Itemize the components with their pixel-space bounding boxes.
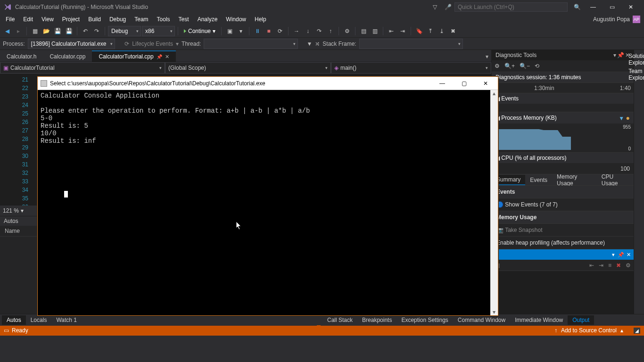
pin-icon[interactable]: 📌 bbox=[617, 52, 624, 58]
tab-output[interactable]: Output bbox=[568, 315, 594, 325]
continue-button[interactable]: Continue ▾ bbox=[181, 28, 218, 34]
tab-exception-settings[interactable]: Exception Settings bbox=[396, 315, 453, 325]
lifecycle-events-label[interactable]: Lifecycle Events bbox=[132, 41, 173, 47]
undo-icon[interactable]: ↶ bbox=[80, 26, 91, 36]
quick-launch-input[interactable] bbox=[454, 2, 568, 12]
tab-command-window[interactable]: Command Window bbox=[453, 315, 510, 325]
zoom-out-icon[interactable]: 🔍− bbox=[520, 63, 530, 69]
tab-dropdown-icon[interactable]: ▾ bbox=[483, 51, 491, 62]
diag-item-snapshot[interactable]: 📷 Take Snapshot bbox=[492, 224, 634, 237]
bookmark-clear-icon[interactable]: ✖ bbox=[448, 26, 458, 36]
menu-help[interactable]: Help bbox=[251, 15, 270, 24]
save-icon[interactable]: 💾 bbox=[52, 26, 63, 36]
tool-icon[interactable]: ⇥ bbox=[599, 262, 603, 269]
save-all-icon[interactable]: 💾 bbox=[64, 26, 74, 36]
nav-back-icon[interactable]: ◀ bbox=[2, 26, 12, 36]
console-minimize-button[interactable]: — bbox=[433, 78, 452, 89]
console-close-button[interactable]: ✕ bbox=[476, 78, 495, 89]
filter-icon[interactable]: ▼ bbox=[306, 41, 312, 47]
diag-timeline[interactable]: 1:30min 1:40 bbox=[492, 83, 634, 93]
redo-icon[interactable]: ↷ bbox=[91, 26, 102, 36]
stack-frame-combo[interactable] bbox=[359, 39, 463, 49]
tool-icon[interactable]: ⚙ bbox=[626, 262, 631, 269]
menu-view[interactable]: View bbox=[38, 15, 58, 24]
pin-icon[interactable]: 📌 bbox=[157, 54, 162, 59]
menu-edit[interactable]: Edit bbox=[19, 15, 37, 24]
nav-member-combo[interactable]: ◈main() bbox=[331, 62, 491, 74]
step-into-icon[interactable]: ↓ bbox=[303, 26, 313, 36]
console-maximize-button[interactable]: ▢ bbox=[454, 78, 473, 89]
secondary-panel-body[interactable] bbox=[492, 271, 634, 314]
user-area[interactable]: Augustin Popa AP bbox=[593, 14, 644, 25]
gear-icon[interactable]: ⚙ bbox=[495, 63, 500, 69]
voice-icon[interactable]: 🎤 bbox=[441, 4, 454, 10]
bookmark-prev-icon[interactable]: ⤒ bbox=[425, 26, 436, 36]
pause-icon[interactable]: ⏸ bbox=[252, 26, 263, 36]
maximize-button[interactable]: ▭ bbox=[603, 0, 621, 14]
add-source-control[interactable]: Add to Source Control bbox=[561, 327, 617, 334]
platform-combo[interactable]: x86 bbox=[142, 26, 175, 36]
layout-icon-1[interactable]: ▤ bbox=[358, 26, 369, 36]
tab-locals[interactable]: Locals bbox=[26, 315, 52, 325]
diag-memory-header[interactable]: ◢ Process Memory (KB)▼ ● bbox=[492, 112, 634, 123]
tab-calculatortutorial-cpp[interactable]: CalculatorTutorial.cpp📌✕ bbox=[92, 50, 175, 62]
config-combo[interactable]: Debug bbox=[108, 26, 141, 36]
tab-call-stack[interactable]: Call Stack bbox=[322, 315, 357, 325]
process-combo[interactable]: [13896] CalculatorTutorial.exe bbox=[28, 39, 116, 49]
chevron-down-icon[interactable]: ▼ bbox=[619, 115, 624, 122]
tab-watch1[interactable]: Watch 1 bbox=[51, 315, 82, 325]
new-project-icon[interactable]: ▦ bbox=[30, 26, 40, 36]
console-window[interactable]: Select c:\users\aupopa\Source\Repos\Calc… bbox=[37, 76, 498, 316]
tab-breakpoints[interactable]: Breakpoints bbox=[357, 315, 396, 325]
resize-grip-icon[interactable]: ◢ bbox=[634, 328, 640, 334]
restart-icon[interactable]: ⟳ bbox=[275, 26, 285, 36]
console-titlebar[interactable]: Select c:\users\aupopa\Source\Repos\Calc… bbox=[38, 77, 498, 90]
console-body[interactable]: Calculator Console Application Please en… bbox=[38, 90, 490, 315]
thread-combo[interactable] bbox=[204, 39, 298, 49]
reset-view-icon[interactable]: ⟲ bbox=[535, 63, 539, 69]
layout-icon-2[interactable]: ▥ bbox=[370, 26, 380, 36]
outdent-icon[interactable]: ⇤ bbox=[386, 26, 396, 36]
scroll-up-icon[interactable]: ▴ bbox=[493, 90, 495, 97]
tab-calculator-h[interactable]: Calculator.h bbox=[0, 50, 43, 62]
diag-item-heap[interactable]: Enable heap profiling (affects performan… bbox=[492, 237, 634, 249]
scroll-down-icon[interactable]: ▾ bbox=[493, 309, 495, 315]
tab-calculator-cpp[interactable]: Calculator.cpp bbox=[43, 50, 92, 62]
close-icon[interactable]: ✕ bbox=[625, 251, 632, 258]
close-button[interactable]: ✕ bbox=[621, 0, 640, 14]
threads-icon[interactable]: ⤭ bbox=[315, 41, 320, 47]
solution-explorer-tab[interactable]: Solution Explorer bbox=[628, 53, 644, 66]
team-explorer-tab[interactable]: Team Explorer bbox=[628, 68, 644, 81]
nav-fwd-icon[interactable]: ▸ bbox=[13, 26, 24, 36]
console-scrollbar[interactable]: ▴ ▾ bbox=[490, 90, 498, 315]
dropdown-icon[interactable]: ▾ bbox=[236, 26, 246, 36]
indent-icon[interactable]: ⇥ bbox=[397, 26, 408, 36]
menu-build[interactable]: Build bbox=[84, 15, 105, 24]
chevron-up-icon[interactable]: ▴ bbox=[620, 327, 623, 334]
zoom-in-icon[interactable]: 🔍+ bbox=[504, 63, 515, 69]
step-over-icon[interactable]: ↷ bbox=[314, 26, 324, 36]
menu-project[interactable]: Project bbox=[58, 15, 83, 24]
pin-icon[interactable]: 📌 bbox=[618, 251, 624, 258]
tab-autos[interactable]: Autos bbox=[2, 315, 26, 325]
open-icon[interactable]: 📂 bbox=[41, 26, 51, 36]
bookmark-next-icon[interactable]: ⤓ bbox=[437, 26, 447, 36]
flag-icon[interactable]: ▽ bbox=[428, 4, 441, 10]
minimize-button[interactable]: — bbox=[584, 0, 603, 14]
step-out-icon[interactable]: ↑ bbox=[325, 26, 336, 36]
diag-events-header[interactable]: ◢ Events bbox=[492, 93, 634, 104]
tool-icon[interactable]: ⇤ bbox=[589, 262, 594, 269]
menu-team[interactable]: Team bbox=[131, 15, 152, 24]
diag-tab-events[interactable]: Events bbox=[525, 175, 552, 185]
tool-icon[interactable]: ✖ bbox=[616, 262, 621, 269]
publish-icon[interactable]: ↑ bbox=[554, 327, 557, 334]
show-next-icon[interactable]: → bbox=[291, 26, 302, 36]
menu-window[interactable]: Window bbox=[222, 15, 250, 24]
tab-immediate-window[interactable]: Immediate Window bbox=[510, 315, 568, 325]
bookmark-icon[interactable]: 🔖 bbox=[414, 26, 424, 36]
menu-analyze[interactable]: Analyze bbox=[194, 15, 222, 24]
stop-icon[interactable]: ■ bbox=[264, 26, 274, 36]
search-icon[interactable]: 🔍 bbox=[570, 4, 584, 10]
dropdown-icon[interactable]: ▾ bbox=[613, 52, 616, 58]
tool-icon[interactable]: ≡ bbox=[608, 262, 611, 269]
